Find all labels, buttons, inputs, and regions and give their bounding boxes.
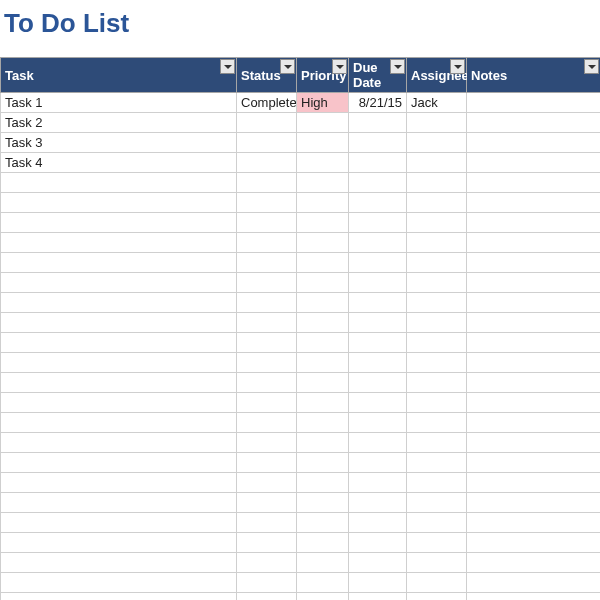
empty-cell[interactable]: [1, 513, 237, 533]
empty-cell[interactable]: [237, 573, 297, 593]
empty-cell[interactable]: [297, 553, 349, 573]
empty-cell[interactable]: [349, 413, 407, 433]
empty-cell[interactable]: [297, 333, 349, 353]
empty-cell[interactable]: [467, 273, 601, 293]
empty-cell[interactable]: [467, 513, 601, 533]
empty-cell[interactable]: [237, 273, 297, 293]
empty-cell[interactable]: [407, 373, 467, 393]
empty-cell[interactable]: [1, 353, 237, 373]
filter-icon[interactable]: [332, 59, 347, 74]
empty-cell[interactable]: [349, 213, 407, 233]
cell-task[interactable]: Task 3: [1, 133, 237, 153]
filter-icon[interactable]: [450, 59, 465, 74]
empty-cell[interactable]: [297, 253, 349, 273]
empty-cell[interactable]: [467, 233, 601, 253]
empty-cell[interactable]: [1, 193, 237, 213]
empty-cell[interactable]: [237, 433, 297, 453]
empty-cell[interactable]: [467, 533, 601, 553]
empty-cell[interactable]: [297, 433, 349, 453]
empty-cell[interactable]: [467, 573, 601, 593]
cell-priority[interactable]: [297, 153, 349, 173]
empty-cell[interactable]: [467, 553, 601, 573]
cell-assignee[interactable]: [407, 153, 467, 173]
empty-cell[interactable]: [349, 253, 407, 273]
empty-cell[interactable]: [349, 533, 407, 553]
empty-cell[interactable]: [467, 373, 601, 393]
empty-cell[interactable]: [237, 293, 297, 313]
empty-cell[interactable]: [407, 213, 467, 233]
cell-status[interactable]: Completed: [237, 93, 297, 113]
empty-cell[interactable]: [237, 453, 297, 473]
empty-cell[interactable]: [407, 173, 467, 193]
cell-notes[interactable]: [467, 133, 601, 153]
cell-duedate[interactable]: [349, 153, 407, 173]
empty-cell[interactable]: [237, 473, 297, 493]
empty-cell[interactable]: [297, 213, 349, 233]
filter-icon[interactable]: [584, 59, 599, 74]
empty-cell[interactable]: [349, 293, 407, 313]
cell-assignee[interactable]: [407, 133, 467, 153]
cell-duedate[interactable]: 8/21/15: [349, 93, 407, 113]
cell-priority[interactable]: High: [297, 93, 349, 113]
header-status[interactable]: Status: [237, 58, 297, 93]
empty-cell[interactable]: [1, 293, 237, 313]
empty-cell[interactable]: [1, 333, 237, 353]
empty-cell[interactable]: [467, 473, 601, 493]
empty-cell[interactable]: [349, 353, 407, 373]
cell-task[interactable]: Task 1: [1, 93, 237, 113]
empty-cell[interactable]: [237, 513, 297, 533]
empty-cell[interactable]: [1, 413, 237, 433]
empty-cell[interactable]: [349, 373, 407, 393]
empty-cell[interactable]: [467, 453, 601, 473]
empty-cell[interactable]: [467, 593, 601, 601]
header-duedate[interactable]: Due Date: [349, 58, 407, 93]
cell-priority[interactable]: [297, 113, 349, 133]
empty-cell[interactable]: [467, 433, 601, 453]
empty-cell[interactable]: [467, 173, 601, 193]
empty-cell[interactable]: [297, 493, 349, 513]
empty-cell[interactable]: [467, 293, 601, 313]
cell-duedate[interactable]: [349, 113, 407, 133]
empty-cell[interactable]: [297, 513, 349, 533]
empty-cell[interactable]: [407, 333, 467, 353]
empty-cell[interactable]: [407, 533, 467, 553]
cell-notes[interactable]: [467, 113, 601, 133]
empty-cell[interactable]: [467, 413, 601, 433]
empty-cell[interactable]: [297, 453, 349, 473]
empty-cell[interactable]: [297, 373, 349, 393]
header-task[interactable]: Task: [1, 58, 237, 93]
empty-cell[interactable]: [297, 473, 349, 493]
filter-icon[interactable]: [390, 59, 405, 74]
empty-cell[interactable]: [349, 193, 407, 213]
empty-cell[interactable]: [237, 173, 297, 193]
empty-cell[interactable]: [237, 373, 297, 393]
empty-cell[interactable]: [349, 313, 407, 333]
empty-cell[interactable]: [297, 413, 349, 433]
empty-cell[interactable]: [467, 253, 601, 273]
empty-cell[interactable]: [297, 573, 349, 593]
empty-cell[interactable]: [407, 273, 467, 293]
empty-cell[interactable]: [1, 313, 237, 333]
empty-cell[interactable]: [407, 453, 467, 473]
empty-cell[interactable]: [467, 193, 601, 213]
empty-cell[interactable]: [297, 353, 349, 373]
empty-cell[interactable]: [407, 353, 467, 373]
empty-cell[interactable]: [349, 273, 407, 293]
empty-cell[interactable]: [1, 573, 237, 593]
empty-cell[interactable]: [349, 473, 407, 493]
empty-cell[interactable]: [407, 253, 467, 273]
cell-status[interactable]: [237, 113, 297, 133]
empty-cell[interactable]: [1, 213, 237, 233]
empty-cell[interactable]: [297, 533, 349, 553]
empty-cell[interactable]: [407, 193, 467, 213]
empty-cell[interactable]: [407, 393, 467, 413]
empty-cell[interactable]: [349, 393, 407, 413]
empty-cell[interactable]: [349, 333, 407, 353]
empty-cell[interactable]: [349, 453, 407, 473]
cell-priority[interactable]: [297, 133, 349, 153]
empty-cell[interactable]: [297, 193, 349, 213]
empty-cell[interactable]: [407, 473, 467, 493]
empty-cell[interactable]: [1, 173, 237, 193]
empty-cell[interactable]: [1, 373, 237, 393]
empty-cell[interactable]: [1, 553, 237, 573]
